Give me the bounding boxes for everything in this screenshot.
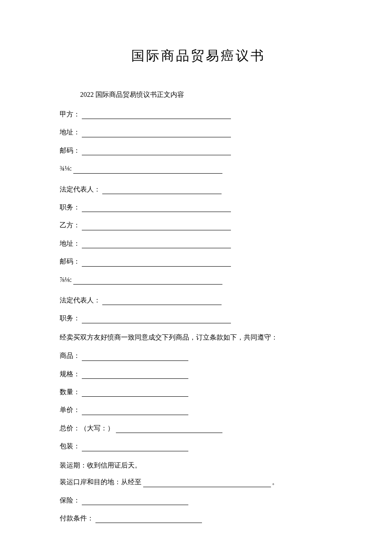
party-b-postcode-row: 邮码：: [60, 257, 337, 266]
insurance-row: 保险：: [60, 496, 337, 505]
party-b-phone-row: ⅞⅛:: [60, 275, 337, 285]
party-a-address-label: 地址：: [60, 128, 80, 137]
party-b-name-row: 乙方：: [60, 221, 337, 230]
party-b-address-label: 地址：: [60, 239, 80, 248]
payment-row: 付款条件：: [60, 514, 337, 523]
total-row: 总价：（大写：）: [60, 424, 337, 433]
party-a-address-blank[interactable]: [82, 137, 231, 137]
party-b-address-row: 地址：: [60, 239, 337, 248]
shipment-port-row: 装运口岸和目的地：从经至 。: [60, 477, 337, 487]
shipment-port-period: 。: [272, 477, 279, 487]
party-b-phone-blank[interactable]: [73, 284, 222, 285]
insurance-label: 保险：: [60, 496, 80, 505]
party-b-rep-row: 法定代表人：: [60, 296, 337, 305]
party-a-rep-blank[interactable]: [102, 194, 222, 194]
party-a-phone-label: ¾⅛:: [60, 164, 72, 173]
packing-row: 包装：: [60, 442, 337, 451]
packing-label: 包装：: [60, 442, 80, 451]
party-a-postcode-row: 邮码：: [60, 146, 337, 155]
document-subtitle: 2022 国际商品贸易愤议书正文内容: [60, 90, 337, 99]
payment-blank[interactable]: [95, 523, 202, 523]
packing-blank[interactable]: [82, 451, 188, 451]
shipment-port-blank[interactable]: [143, 487, 271, 487]
party-b-phone-label: ⅞⅛:: [60, 275, 72, 285]
party-a-phone-blank[interactable]: [73, 173, 222, 174]
party-a-position-row: 职务：: [60, 203, 337, 212]
unit-price-label: 单价：: [60, 405, 80, 415]
product-row: 商品：: [60, 351, 337, 360]
party-a-name-blank[interactable]: [82, 119, 231, 119]
qty-row: 数量：: [60, 387, 337, 397]
spec-row: 规格：: [60, 369, 337, 379]
spec-label: 规格：: [60, 369, 80, 379]
product-blank[interactable]: [82, 360, 188, 361]
product-label: 商品：: [60, 351, 80, 360]
document-title: 国际商品贸易癌议书: [60, 47, 337, 65]
insurance-blank[interactable]: [82, 505, 188, 505]
party-a-position-label: 职务：: [60, 203, 80, 212]
party-b-rep-label: 法定代表人：: [60, 296, 101, 305]
party-a-rep-row: 法定代表人：: [60, 185, 337, 194]
party-b-rep-blank[interactable]: [102, 305, 222, 305]
qty-blank[interactable]: [82, 396, 188, 397]
party-b-postcode-label: 邮码：: [60, 257, 80, 266]
total-label: 总价：（大写：）: [60, 424, 114, 433]
spec-blank[interactable]: [82, 378, 188, 379]
party-a-rep-label: 法定代表人：: [60, 185, 101, 194]
party-a-postcode-blank[interactable]: [82, 155, 231, 155]
party-b-address-blank[interactable]: [82, 248, 231, 248]
party-a-name-row: 甲方：: [60, 110, 337, 119]
qty-label: 数量：: [60, 387, 80, 397]
party-a-name-label: 甲方：: [60, 110, 80, 119]
party-a-address-row: 地址：: [60, 128, 337, 137]
party-b-position-blank[interactable]: [82, 323, 231, 323]
party-b-position-label: 职务：: [60, 314, 80, 323]
party-a-position-blank[interactable]: [82, 212, 231, 212]
payment-label: 付款条件：: [60, 514, 94, 523]
unit-price-row: 单价：: [60, 405, 337, 415]
party-b-name-blank[interactable]: [82, 230, 231, 230]
party-a-postcode-label: 邮码：: [60, 146, 80, 155]
unit-price-blank[interactable]: [82, 415, 188, 415]
shipment-port-label: 装运口岸和目的地：从经至: [60, 477, 141, 487]
shipment-period-text: 装运期：收到信用证后天。: [60, 460, 337, 471]
total-blank[interactable]: [116, 433, 222, 433]
party-a-phone-row: ¾⅛:: [60, 164, 337, 173]
party-b-postcode-blank[interactable]: [82, 266, 231, 267]
party-b-name-label: 乙方：: [60, 221, 80, 230]
party-b-position-row: 职务：: [60, 314, 337, 323]
intro-paragraph: 经卖买双方友好愤商一致同意成交下列商品，订立条款如下，共同遵守：: [60, 332, 337, 343]
